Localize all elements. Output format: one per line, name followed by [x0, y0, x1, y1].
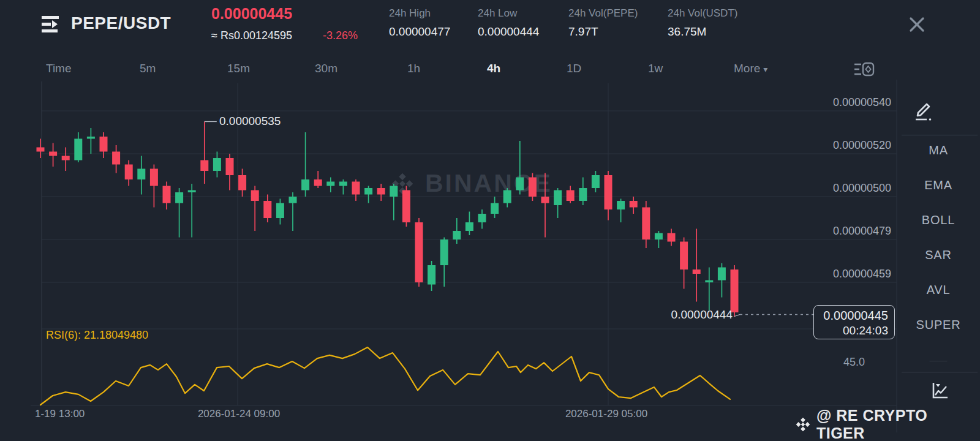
candle: [428, 261, 435, 291]
chart-settings-icon[interactable]: [853, 61, 875, 79]
high-annotation: 0.00000535: [219, 115, 281, 128]
draw-pencil-icon[interactable]: [912, 99, 933, 123]
badge-price: 0.00000445: [823, 309, 888, 323]
indicator-item-ma[interactable]: MA: [897, 143, 980, 157]
candle: [150, 165, 158, 208]
stat-label: 24h Vol(PEPE): [568, 7, 638, 20]
indicator-item-hidden: ──: [897, 354, 980, 361]
candle: [352, 179, 360, 201]
stat-24h-high: 24h High0.00000477: [389, 7, 450, 39]
binance-logo-icon: [388, 170, 417, 198]
low-annotation: 0.00000444: [641, 308, 733, 322]
fiat-price: ≈ Rs0.00124595: [211, 29, 292, 42]
candle: [415, 218, 423, 287]
price-tick: 0.00000540: [793, 96, 891, 109]
candle: [680, 238, 688, 289]
candle: [617, 199, 625, 223]
indicator-item-sar[interactable]: SAR: [897, 248, 980, 262]
candle: [453, 218, 461, 244]
time-tick: 1-19 13:00: [35, 408, 85, 420]
sidebar-divider: [902, 372, 978, 372]
candle: [655, 231, 663, 248]
candle: [226, 154, 234, 190]
candle: [125, 160, 133, 186]
candle: [238, 169, 246, 197]
tab-1d[interactable]: 1D: [567, 62, 581, 75]
candle: [213, 152, 221, 178]
candle: [163, 182, 171, 210]
tab-15m[interactable]: 15m: [227, 62, 250, 75]
candle: [200, 122, 208, 184]
candle: [289, 192, 297, 231]
candle: [364, 186, 372, 203]
tab-4h[interactable]: 4h: [487, 62, 500, 75]
tab-more[interactable]: More▾: [734, 62, 767, 75]
price-tick: 0.00000459: [793, 268, 891, 281]
candle: [605, 171, 612, 221]
indicator-item-ema[interactable]: EMA: [897, 178, 980, 192]
time-tick: 2026-01-29 05:00: [539, 408, 674, 420]
candle: [100, 132, 108, 158]
candle: [579, 178, 587, 206]
candle: [326, 178, 334, 193]
rsi-indicator-label: RSI(6): 21.18049480: [46, 329, 148, 342]
price-tick: 0.00000479: [793, 225, 891, 238]
indicator-item-super[interactable]: SUPER: [897, 318, 980, 332]
price-tick: 0.00000500: [793, 182, 891, 195]
stat-label: 24h High: [389, 7, 450, 20]
price-tick: 0.00000520: [793, 139, 891, 152]
binance-logo-icon: [794, 416, 812, 433]
close-icon[interactable]: [907, 15, 927, 34]
badge-countdown: 00:24:03: [843, 324, 888, 337]
candle: [377, 184, 385, 201]
rsi-line: [40, 347, 730, 405]
candle: [301, 132, 309, 197]
candle: [87, 128, 95, 154]
chevron-down-icon: ▾: [763, 64, 767, 74]
tab-1h[interactable]: 1h: [407, 62, 420, 75]
candle: [263, 195, 271, 223]
candle: [592, 171, 600, 192]
pair-title: PEPE/USDT: [71, 13, 171, 33]
indicator-item-boll[interactable]: BOLL: [897, 213, 980, 227]
stat-value: 7.97T: [568, 25, 638, 39]
candle: [62, 148, 70, 172]
credit-text: @ RE CRYPTO TIGER: [816, 407, 980, 441]
candle: [642, 201, 650, 248]
tab-1w[interactable]: 1w: [648, 62, 663, 75]
candle: [554, 188, 562, 218]
indicator-item-avl[interactable]: AVL: [897, 283, 980, 297]
stat-value: 0.00000477: [389, 25, 450, 39]
candle: [466, 212, 473, 236]
tab-5m[interactable]: 5m: [140, 62, 156, 75]
candle: [693, 229, 701, 302]
candle: [175, 188, 183, 238]
stat-24h-vol-usdt-: 24h Vol(USDT)36.75M: [668, 7, 737, 39]
candle: [276, 199, 284, 225]
candle: [339, 179, 347, 195]
change-percent: -3.26%: [323, 29, 358, 42]
menu-icon[interactable]: [40, 13, 62, 36]
candle: [630, 197, 638, 214]
candle: [491, 197, 499, 218]
time-tick: 2026-01-24 09:00: [172, 408, 306, 420]
stat-label: 24h Vol(USDT): [668, 7, 737, 20]
candle: [74, 132, 82, 162]
last-price: 0.00000445: [211, 5, 292, 23]
tab-time[interactable]: Time: [46, 62, 72, 75]
candle: [49, 143, 57, 167]
stat-value: 36.75M: [668, 25, 737, 39]
footer-credit: @ RE CRYPTO TIGER: [794, 407, 980, 441]
stat-value: 0.00000444: [478, 25, 539, 39]
candle: [567, 186, 575, 203]
rsi-axis-tick: 45.0: [815, 356, 865, 369]
candle: [112, 145, 120, 173]
stat-label: 24h Low: [478, 7, 539, 20]
current-price-badge: 0.00000445 00:24:03: [813, 305, 895, 339]
chart-type-icon[interactable]: [930, 381, 949, 401]
candle: [478, 209, 486, 229]
candle: [705, 268, 713, 311]
tab-30m[interactable]: 30m: [315, 62, 337, 75]
candle: [718, 263, 726, 298]
candle: [314, 171, 322, 188]
